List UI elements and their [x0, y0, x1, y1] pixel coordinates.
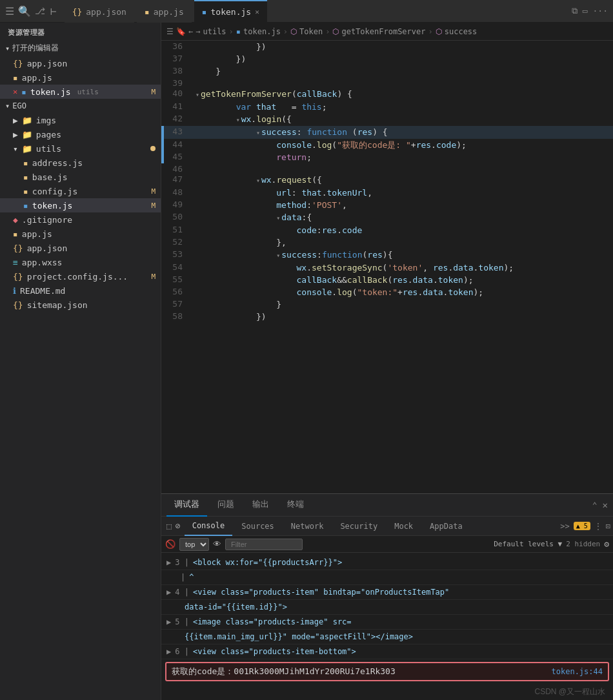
code-line: 50 ▾data:{ — [161, 211, 613, 224]
line-number: 50 — [164, 211, 193, 224]
line-number: 55 — [164, 274, 193, 286]
clear-console-icon[interactable]: 🚫 — [165, 539, 176, 549]
panel-tab-debugger[interactable]: 调试器 — [166, 494, 207, 517]
code-line: 55 callBack&&callBack(res.data.token); — [161, 274, 613, 286]
sidebar-item-utils[interactable]: ▾ 📁 utils — [0, 141, 161, 156]
tab-app-js[interactable]: ▪ app.js — [137, 0, 192, 23]
sidebar-file-project-config[interactable]: {} project.config.js... M — [0, 269, 161, 283]
file-label: README.md — [20, 286, 65, 296]
devtools-block-icon[interactable]: ⊘ — [176, 521, 181, 531]
expand-icon[interactable]: ▶ — [166, 646, 171, 657]
devtools-inspect-icon[interactable]: ⬚ — [166, 521, 172, 531]
open-file-token-js[interactable]: ✕ ▪ token.js utils M — [0, 85, 161, 99]
line-content: method:'POST', — [193, 199, 613, 211]
code-editor[interactable]: 36 }) 37 }) 38 } — [161, 41, 613, 493]
settings-icon[interactable]: ⚙ — [604, 539, 609, 549]
sidebar-file-gitignore[interactable]: ◆ .gitignore — [0, 212, 161, 227]
sidebar-file-app-wxss[interactable]: ≡ app.wxss — [0, 255, 161, 269]
breadcrumb-forward[interactable]: → — [196, 27, 200, 36]
hidden-count-label: 2 hidden — [566, 540, 600, 548]
line-content: }, — [193, 236, 613, 249]
highlight-text: 获取的code是：001Rk3000MJihM1dYr200RUi7e1Rk30… — [172, 666, 396, 677]
folder-label: pages — [36, 130, 61, 139]
devtools-tab-console-label: Console — [192, 521, 225, 530]
panel-expand-icon[interactable]: ⌃ — [592, 500, 598, 510]
sidebar-file-base-js[interactable]: ▪ base.js — [0, 170, 161, 184]
tab-token-js[interactable]: ▪ token.js ✕ — [194, 0, 267, 23]
search-icon[interactable]: 🔍 — [18, 5, 31, 17]
devtools-dots-icon[interactable]: ⋮ — [594, 522, 602, 531]
console-code: <block wx:for="{{productsArr}}"> — [193, 557, 608, 568]
js-icon: ▪ — [23, 158, 28, 168]
split-icon[interactable]: ⊢ — [50, 5, 57, 17]
sidebar-item-imgs[interactable]: ▶ 📁 imgs — [0, 113, 161, 127]
panel-tab-output[interactable]: 输出 — [245, 494, 277, 517]
sidebar-file-token-js[interactable]: ▪ token.js M — [0, 198, 161, 212]
devtools-tab-security[interactable]: Security — [332, 517, 385, 536]
line-content: var that = this; — [193, 101, 613, 113]
hamburger-icon[interactable]: ☰ — [5, 5, 14, 17]
ego-section[interactable]: ▾ EGO — [0, 99, 161, 113]
devtools-tab-console[interactable]: Console — [185, 517, 233, 536]
chevron-down-icon: ▾ — [5, 44, 10, 53]
devtools-tab-sources-label: Sources — [241, 522, 274, 531]
breadcrumb-sep: › — [229, 27, 234, 36]
default-levels-label[interactable]: Default levels ▼ — [494, 540, 562, 548]
chevron-right-icon: ▶ — [13, 116, 18, 125]
devtools-layout-icon[interactable]: ⊡ — [606, 522, 610, 531]
console-filter-input[interactable] — [225, 539, 303, 550]
js-active-file-icon: ▪ — [202, 7, 207, 17]
sidebar-file-sitemap[interactable]: {} sitemap.json — [0, 298, 161, 312]
devtools-tab-network[interactable]: Network — [283, 517, 332, 536]
tab-app-json[interactable]: {} app.json — [65, 0, 134, 23]
file-label: app.json — [27, 243, 68, 253]
eye-icon[interactable]: 👁 — [213, 539, 221, 549]
sidebar-file-config-js[interactable]: ▪ config.js M — [0, 184, 161, 198]
sidebar-item-pages[interactable]: ▶ 📁 pages — [0, 127, 161, 141]
folder-label: utils — [36, 144, 61, 154]
breadcrumb-hamburger[interactable]: ☰ — [166, 27, 174, 36]
devtools-tab-mock[interactable]: Mock — [387, 517, 421, 536]
more-tabs-icon[interactable]: ··· — [593, 6, 608, 16]
open-editors-section[interactable]: ▾ 打开的编辑器 — [0, 40, 161, 56]
devtools-tab-security-label: Security — [340, 522, 377, 531]
open-editors-label: 打开的编辑器 — [12, 43, 59, 54]
console-line: ▶ 3 | <block wx:for="{{productsArr}}"> — [161, 555, 613, 570]
line-number: 42 — [164, 113, 193, 126]
code-line: 58 }) — [161, 311, 613, 323]
sidebar-file-address-js[interactable]: ▪ address.js — [0, 156, 161, 170]
watermark: CSDN @又一程山水 — [161, 684, 613, 700]
expand-icon[interactable]: ▶ — [166, 586, 171, 598]
line-content: }) — [193, 53, 613, 65]
open-file-app-js[interactable]: ▪ app.js — [0, 70, 161, 85]
console-code: <view class="products-item" bindtap="onP… — [193, 586, 608, 598]
split-editor-icon[interactable]: ⧉ — [572, 6, 578, 16]
panel-tab-issues[interactable]: 问题 — [210, 494, 242, 517]
console-code: <view class="products-item-bottom"> — [193, 646, 608, 657]
context-selector[interactable]: top — [179, 538, 209, 551]
breadcrumb-bookmark[interactable]: 🔖 — [176, 27, 186, 36]
open-file-app-json[interactable]: {} app.json — [0, 56, 161, 70]
breadcrumb-method: success — [445, 27, 477, 36]
layout-icon[interactable]: ▭ — [583, 6, 588, 16]
breadcrumb-sep: › — [325, 27, 330, 36]
tab-close-button[interactable]: ✕ — [255, 8, 259, 16]
git-icon[interactable]: ⎇ — [35, 6, 45, 16]
devtools-more-icon[interactable]: >> — [560, 522, 569, 531]
panel-tab-terminal[interactable]: 终端 — [279, 494, 312, 517]
devtools-tab-sources[interactable]: Sources — [234, 517, 282, 536]
sidebar-file-readme[interactable]: ℹ README.md — [0, 283, 161, 298]
line-number: 40 — [164, 88, 193, 101]
highlight-source[interactable]: token.js:44 — [552, 667, 603, 676]
breadcrumb-back[interactable]: ← — [188, 27, 193, 36]
devtools-tab-appdata[interactable]: AppData — [422, 517, 470, 536]
expand-icon[interactable]: ▶ — [166, 557, 171, 568]
tab-token-js-label: token.js — [211, 7, 252, 17]
sidebar-file-app-json[interactable]: {} app.json — [0, 241, 161, 255]
file-label: app.wxss — [22, 258, 63, 267]
line-number: 37 — [164, 53, 193, 65]
file-label: token.js — [32, 201, 73, 211]
expand-icon[interactable]: ▶ — [166, 616, 171, 628]
panel-close-button[interactable]: ✕ — [603, 500, 608, 510]
sidebar-file-app-js[interactable]: ▪ app.js — [0, 227, 161, 241]
